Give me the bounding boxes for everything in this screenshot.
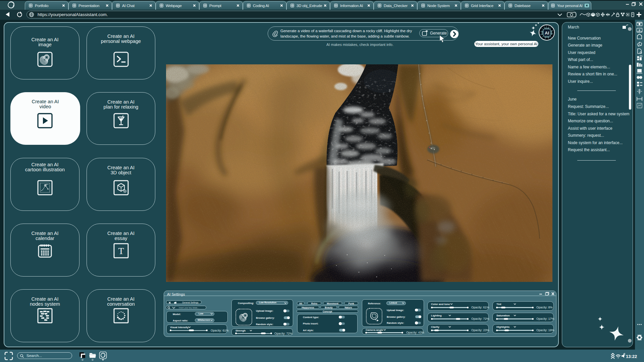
svg-text:AI: AI (545, 31, 549, 36)
svg-text:T: T (118, 246, 124, 256)
